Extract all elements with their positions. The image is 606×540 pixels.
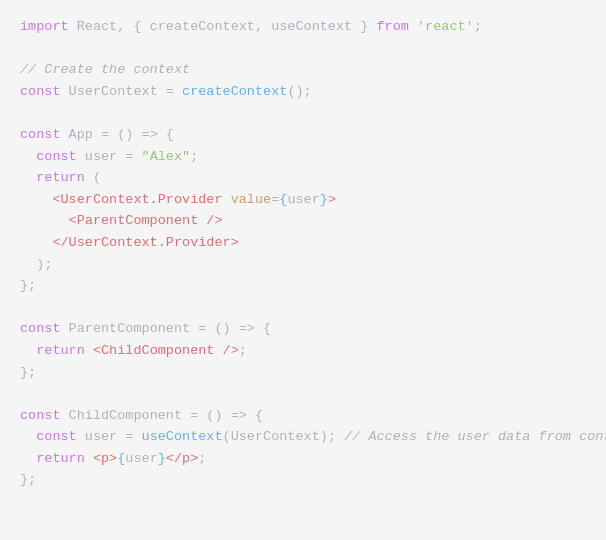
code-editor: import React, { createContext, useContex… — [20, 16, 586, 491]
code-token-plain — [133, 429, 141, 444]
code-token-plain — [20, 192, 52, 207]
code-line: const user = "Alex"; — [20, 146, 586, 168]
code-token-plain — [133, 149, 141, 164]
code-token-plain: () — [109, 127, 141, 142]
code-token-plain — [20, 451, 36, 466]
code-line: <UserContext.Provider value={user}> — [20, 189, 586, 211]
code-token-plain: }; — [20, 278, 36, 293]
code-line: return ( — [20, 167, 586, 189]
code-token-plain: (); — [287, 84, 311, 99]
code-token-brace: } — [158, 451, 166, 466]
code-token-tag: <ChildComponent /> — [93, 343, 239, 358]
code-token-kw: const — [20, 408, 61, 423]
code-token-plain: user — [287, 192, 319, 207]
code-line: <ParentComponent /> — [20, 210, 586, 232]
code-token-tag: <ParentComponent /> — [69, 213, 223, 228]
code-token-op: => — [231, 408, 247, 423]
code-token-plain: { — [247, 408, 263, 423]
code-token-kw: const — [20, 321, 61, 336]
code-line: import React, { createContext, useContex… — [20, 16, 586, 38]
code-token-str: "Alex" — [142, 149, 191, 164]
code-token-kw: const — [20, 127, 61, 142]
code-token-plain — [174, 84, 182, 99]
code-token-plain — [20, 429, 36, 444]
code-line: const ParentComponent = () => { — [20, 318, 586, 340]
code-token-plain: () — [198, 408, 230, 423]
code-line: const App = () => { — [20, 124, 586, 146]
code-token-plain — [20, 213, 69, 228]
code-token-plain: }; — [20, 472, 36, 487]
code-line: }; — [20, 362, 586, 384]
code-token-tag: <p> — [93, 451, 117, 466]
code-token-plain: user — [77, 429, 126, 444]
code-token-plain: ); — [20, 257, 52, 272]
code-token-plain: user — [77, 149, 126, 164]
code-token-plain — [20, 170, 36, 185]
code-token-plain: () — [206, 321, 238, 336]
code-token-plain: ; — [198, 451, 206, 466]
code-token-plain: ChildComponent — [61, 408, 191, 423]
code-token-tag: </p> — [166, 451, 198, 466]
code-token-op: = — [166, 84, 174, 99]
code-token-plain: App — [61, 127, 102, 142]
code-token-plain: UserContext — [61, 84, 166, 99]
code-token-plain: ( — [85, 170, 101, 185]
code-line: </UserContext.Provider> — [20, 232, 586, 254]
code-line: const UserContext = createContext(); — [20, 81, 586, 103]
code-token-op: => — [142, 127, 158, 142]
code-token-fn: useContext — [142, 429, 223, 444]
code-token-kw: return — [36, 343, 85, 358]
code-token-kw: const — [20, 84, 61, 99]
code-token-tag: </UserContext.Provider> — [52, 235, 238, 250]
code-token-fn: createContext — [182, 84, 287, 99]
code-token-tag: > — [328, 192, 336, 207]
code-token-kw: from — [376, 19, 408, 34]
code-line — [20, 102, 586, 124]
code-token-comment: // Access the user data from context — [344, 429, 606, 444]
code-token-plain: ; — [474, 19, 482, 34]
code-token-kw: const — [36, 429, 77, 444]
code-token-str: 'react' — [417, 19, 474, 34]
code-token-plain — [85, 451, 93, 466]
code-token-plain: ; — [190, 149, 198, 164]
code-token-plain: React, { createContext, useContext } — [69, 19, 377, 34]
code-token-kw: return — [36, 451, 85, 466]
code-token-tag: <UserContext.Provider — [52, 192, 222, 207]
code-token-attr: value — [231, 192, 272, 207]
code-token-plain — [20, 343, 36, 358]
code-token-kw: const — [36, 149, 77, 164]
code-line: ); — [20, 254, 586, 276]
code-token-op: => — [239, 321, 255, 336]
code-token-plain: ; — [239, 343, 247, 358]
code-line — [20, 383, 586, 405]
code-line — [20, 297, 586, 319]
code-token-plain: }; — [20, 365, 36, 380]
code-token-op: = — [101, 127, 109, 142]
code-token-plain: ParentComponent — [61, 321, 199, 336]
code-line: // Create the context — [20, 59, 586, 81]
code-token-plain: user — [125, 451, 157, 466]
code-token-kw: return — [36, 170, 85, 185]
code-token-plain: { — [158, 127, 174, 142]
code-token-plain — [20, 235, 52, 250]
code-line: const user = useContext(UserContext); //… — [20, 426, 586, 448]
code-line: return <ChildComponent />; — [20, 340, 586, 362]
code-token-plain: (UserContext); — [223, 429, 345, 444]
code-token-comment: // Create the context — [20, 62, 190, 77]
code-token-plain — [85, 343, 93, 358]
code-token-plain — [20, 149, 36, 164]
code-line: }; — [20, 275, 586, 297]
code-token-kw: import — [20, 19, 69, 34]
code-token-plain — [223, 192, 231, 207]
code-token-plain — [409, 19, 417, 34]
code-line: }; — [20, 469, 586, 491]
code-line: return <p>{user}</p>; — [20, 448, 586, 470]
code-line: const ChildComponent = () => { — [20, 405, 586, 427]
code-line — [20, 38, 586, 60]
code-token-brace: } — [320, 192, 328, 207]
code-token-plain: { — [255, 321, 271, 336]
